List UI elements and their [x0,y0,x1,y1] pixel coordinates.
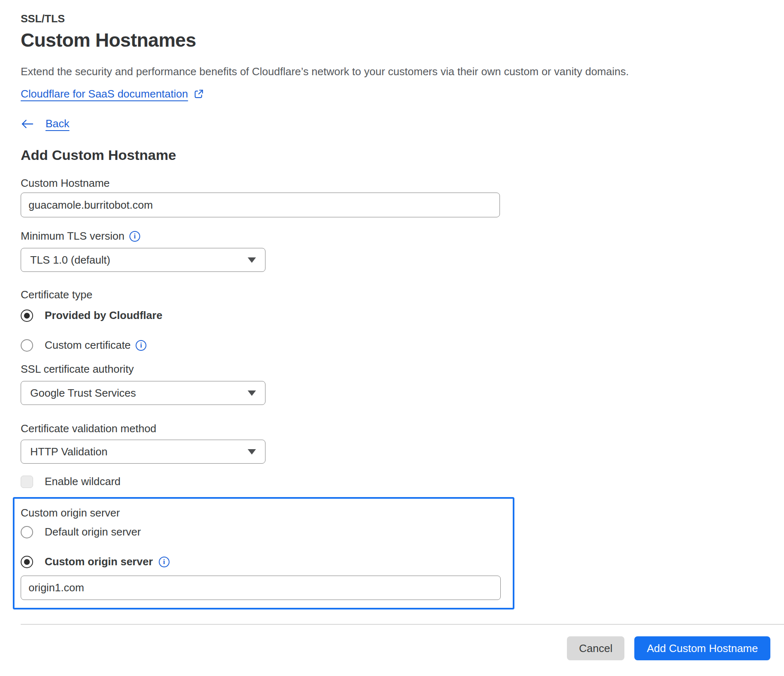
back-row: Back [21,117,69,130]
form-heading: Add Custom Hostname [21,147,176,163]
wildcard-label: Enable wildcard [45,475,121,488]
saas-documentation-link[interactable]: Cloudflare for SaaS documentation [21,88,188,100]
back-arrow-icon[interactable] [21,118,34,130]
origin-server-label: Custom origin server [21,507,120,519]
chevron-down-icon [248,390,256,396]
info-icon[interactable]: i [159,557,170,567]
radio-row-provided-by-cloudflare[interactable]: Provided by Cloudflare [21,309,163,322]
radio-row-custom-certificate[interactable]: Custom certificate i [21,339,146,352]
min-tls-selected-value: TLS 1.0 (default) [30,254,110,267]
footer-divider [21,624,784,625]
info-icon[interactable]: i [136,340,146,351]
certificate-type-label: Certificate type [21,288,92,301]
page-description: Extend the security and performance bene… [21,65,629,78]
page-title: Custom Hostnames [21,29,196,51]
chevron-down-icon [248,449,256,455]
ssl-authority-selected-value: Google Trust Services [30,387,136,400]
radio-row-default-origin-server[interactable]: Default origin server [21,526,141,538]
radio-label: Custom origin server [45,555,153,568]
radio-label: Default origin server [45,526,141,538]
doc-link-row: Cloudflare for SaaS documentation [21,88,204,100]
ssl-authority-select[interactable]: Google Trust Services [21,381,265,405]
radio-button-selected[interactable] [21,556,33,568]
validation-method-selected-value: HTTP Validation [30,445,108,458]
chevron-down-icon [248,257,256,263]
footer-button-row: Cancel Add Custom Hostname [0,636,770,660]
custom-hostnames-page: { "colors": { "accent_blue": "#1672f2", … [0,0,784,676]
validation-method-select[interactable]: HTTP Validation [21,440,265,464]
breadcrumb-section-label: SSL/TLS [21,12,65,25]
custom-origin-server-highlight-box: Custom origin server Default origin serv… [13,497,514,609]
back-link[interactable]: Back [45,117,69,130]
enable-wildcard-row[interactable]: Enable wildcard [21,475,121,488]
wildcard-checkbox-unchecked[interactable] [21,476,33,488]
external-link-icon [193,89,204,100]
min-tls-select[interactable]: TLS 1.0 (default) [21,248,265,272]
custom-hostname-input[interactable] [21,193,500,217]
cancel-button[interactable]: Cancel [567,636,624,660]
radio-row-custom-origin-server[interactable]: Custom origin server i [21,555,170,568]
origin-server-input[interactable] [21,576,501,600]
radio-button[interactable] [21,526,33,538]
radio-label: Custom certificate [45,339,131,352]
validation-method-label: Certificate validation method [21,422,156,435]
radio-button[interactable] [21,339,33,352]
radio-label: Provided by Cloudflare [45,309,163,322]
add-custom-hostname-button[interactable]: Add Custom Hostname [634,636,770,660]
custom-hostname-label: Custom Hostname [21,177,110,190]
ssl-authority-label: SSL certificate authority [21,363,134,376]
min-tls-label: Minimum TLS version [21,230,124,243]
info-icon[interactable]: i [129,231,140,242]
min-tls-label-row: Minimum TLS version i [21,230,140,243]
radio-button-selected[interactable] [21,309,33,322]
